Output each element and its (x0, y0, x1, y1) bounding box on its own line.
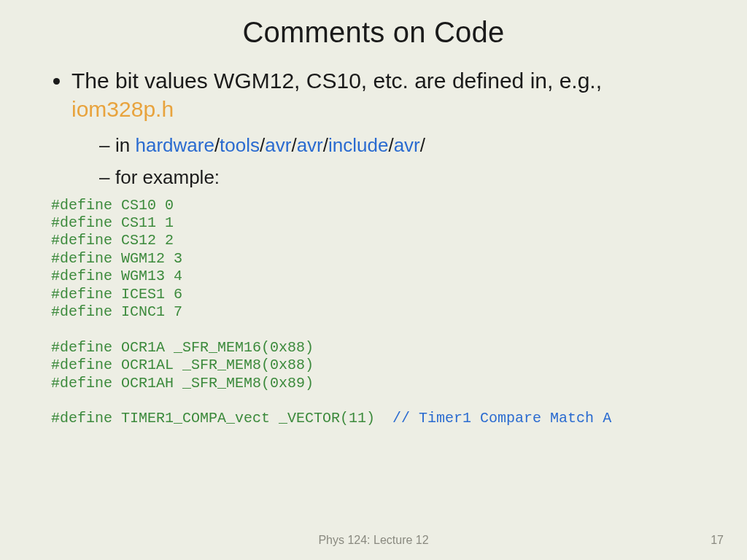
slide-title: Comments on Code (0, 0, 747, 49)
code-line-last-def: #define TIMER1_COMPA_vect _VECTOR(11) (51, 410, 392, 427)
sub-bullet-list: in hardware/tools/avr/avr/include/avr/ f… (71, 131, 696, 192)
filename-highlight: iom328p.h (71, 97, 174, 121)
sub-bullet-example: for example: (99, 163, 696, 192)
path-seg-1: tools (220, 134, 260, 156)
code-line: #define CS12 2 (51, 232, 174, 249)
footer-center: Phys 124: Lecture 12 (0, 534, 747, 547)
path-seg-4: include (328, 134, 388, 156)
slide: Comments on Code The bit values WGM12, C… (0, 0, 747, 560)
path-seg-3: avr (297, 134, 323, 156)
code-comment: // Timer1 Compare Match A (392, 410, 611, 427)
code-block: #define CS10 0 #define CS11 1 #define CS… (51, 197, 696, 428)
code-line: #define CS11 1 (51, 214, 174, 231)
path-seg-5: avr (394, 134, 420, 156)
bullet-1-text: The bit values WGM12, CS10, etc. are def… (71, 69, 602, 93)
code-line: #define OCR1AH _SFR_MEM8(0x89) (51, 375, 314, 392)
path-seg-2: avr (265, 134, 291, 156)
path-seg-0: hardware (135, 134, 214, 156)
code-line: #define OCR1A _SFR_MEM16(0x88) (51, 339, 314, 356)
page-number: 17 (711, 534, 724, 547)
slide-body: The bit values WGM12, CS10, etc. are def… (0, 49, 747, 428)
code-line: #define ICNC1 7 (51, 303, 182, 320)
sub-bullet-path: in hardware/tools/avr/avr/include/avr/ (99, 131, 696, 160)
code-line: #define WGM12 3 (51, 250, 182, 267)
code-line: #define ICES1 6 (51, 286, 182, 303)
bullet-item-1: The bit values WGM12, CS10, etc. are def… (71, 66, 696, 192)
code-line: #define WGM13 4 (51, 268, 182, 284)
code-line: #define OCR1AL _SFR_MEM8(0x88) (51, 357, 314, 373)
sub1-pre: in (115, 134, 135, 156)
bullet-list: The bit values WGM12, CS10, etc. are def… (51, 66, 696, 192)
code-line: #define CS10 0 (51, 197, 174, 214)
